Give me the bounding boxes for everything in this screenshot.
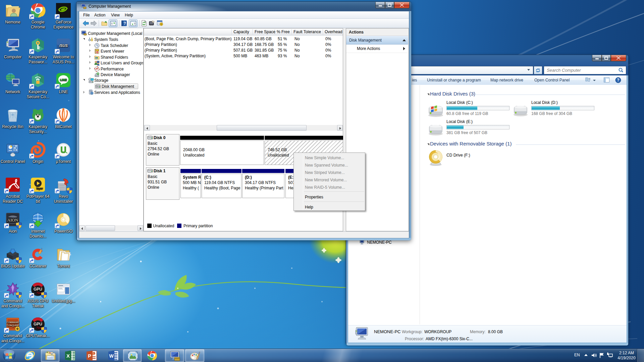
svg-text:?: ? (617, 78, 619, 82)
svg-text:LINE: LINE (60, 78, 67, 81)
svg-text:GPU: GPU (34, 287, 42, 292)
svg-text:?: ? (123, 21, 126, 26)
svg-text:X: X (66, 353, 70, 359)
svg-text:P: P (88, 353, 91, 359)
svg-text:layer: layer (36, 187, 43, 190)
svg-text:COMMAND: COMMAND (6, 321, 19, 323)
svg-text:GPU: GPU (34, 322, 42, 326)
svg-text:/SUS: /SUS (59, 44, 68, 48)
svg-text:W: W (109, 353, 114, 359)
